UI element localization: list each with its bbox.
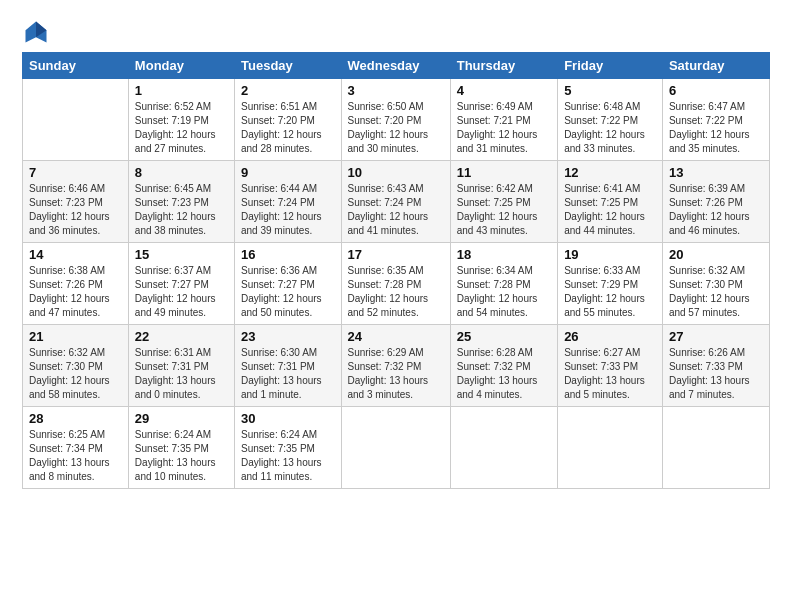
day-number: 13 bbox=[669, 165, 763, 180]
calendar-cell bbox=[23, 79, 129, 161]
day-info: Sunrise: 6:25 AMSunset: 7:34 PMDaylight:… bbox=[29, 428, 122, 484]
logo-icon bbox=[22, 18, 50, 46]
day-number: 4 bbox=[457, 83, 551, 98]
day-info: Sunrise: 6:41 AMSunset: 7:25 PMDaylight:… bbox=[564, 182, 656, 238]
day-info: Sunrise: 6:52 AMSunset: 7:19 PMDaylight:… bbox=[135, 100, 228, 156]
calendar-cell: 9Sunrise: 6:44 AMSunset: 7:24 PMDaylight… bbox=[235, 161, 342, 243]
calendar-cell: 3Sunrise: 6:50 AMSunset: 7:20 PMDaylight… bbox=[341, 79, 450, 161]
day-number: 30 bbox=[241, 411, 335, 426]
day-number: 12 bbox=[564, 165, 656, 180]
day-info: Sunrise: 6:34 AMSunset: 7:28 PMDaylight:… bbox=[457, 264, 551, 320]
calendar-week-row: 28Sunrise: 6:25 AMSunset: 7:34 PMDayligh… bbox=[23, 407, 770, 489]
calendar-cell bbox=[341, 407, 450, 489]
weekday-header: Monday bbox=[128, 53, 234, 79]
calendar-cell: 24Sunrise: 6:29 AMSunset: 7:32 PMDayligh… bbox=[341, 325, 450, 407]
day-number: 22 bbox=[135, 329, 228, 344]
calendar-cell: 12Sunrise: 6:41 AMSunset: 7:25 PMDayligh… bbox=[558, 161, 663, 243]
day-info: Sunrise: 6:51 AMSunset: 7:20 PMDaylight:… bbox=[241, 100, 335, 156]
calendar-cell: 5Sunrise: 6:48 AMSunset: 7:22 PMDaylight… bbox=[558, 79, 663, 161]
calendar-cell: 22Sunrise: 6:31 AMSunset: 7:31 PMDayligh… bbox=[128, 325, 234, 407]
calendar-cell: 10Sunrise: 6:43 AMSunset: 7:24 PMDayligh… bbox=[341, 161, 450, 243]
day-info: Sunrise: 6:44 AMSunset: 7:24 PMDaylight:… bbox=[241, 182, 335, 238]
day-info: Sunrise: 6:38 AMSunset: 7:26 PMDaylight:… bbox=[29, 264, 122, 320]
calendar-cell: 16Sunrise: 6:36 AMSunset: 7:27 PMDayligh… bbox=[235, 243, 342, 325]
calendar-cell: 2Sunrise: 6:51 AMSunset: 7:20 PMDaylight… bbox=[235, 79, 342, 161]
calendar-cell: 11Sunrise: 6:42 AMSunset: 7:25 PMDayligh… bbox=[450, 161, 557, 243]
calendar-cell: 21Sunrise: 6:32 AMSunset: 7:30 PMDayligh… bbox=[23, 325, 129, 407]
calendar-cell: 17Sunrise: 6:35 AMSunset: 7:28 PMDayligh… bbox=[341, 243, 450, 325]
day-number: 24 bbox=[348, 329, 444, 344]
calendar-cell: 28Sunrise: 6:25 AMSunset: 7:34 PMDayligh… bbox=[23, 407, 129, 489]
day-number: 15 bbox=[135, 247, 228, 262]
weekday-header: Tuesday bbox=[235, 53, 342, 79]
day-info: Sunrise: 6:35 AMSunset: 7:28 PMDaylight:… bbox=[348, 264, 444, 320]
logo bbox=[22, 18, 54, 46]
day-number: 7 bbox=[29, 165, 122, 180]
calendar-header-row: SundayMondayTuesdayWednesdayThursdayFrid… bbox=[23, 53, 770, 79]
day-number: 29 bbox=[135, 411, 228, 426]
header bbox=[22, 18, 770, 46]
calendar-cell bbox=[662, 407, 769, 489]
day-number: 3 bbox=[348, 83, 444, 98]
day-number: 11 bbox=[457, 165, 551, 180]
calendar-cell: 14Sunrise: 6:38 AMSunset: 7:26 PMDayligh… bbox=[23, 243, 129, 325]
day-info: Sunrise: 6:48 AMSunset: 7:22 PMDaylight:… bbox=[564, 100, 656, 156]
calendar-week-row: 21Sunrise: 6:32 AMSunset: 7:30 PMDayligh… bbox=[23, 325, 770, 407]
day-number: 5 bbox=[564, 83, 656, 98]
day-number: 2 bbox=[241, 83, 335, 98]
calendar-cell: 29Sunrise: 6:24 AMSunset: 7:35 PMDayligh… bbox=[128, 407, 234, 489]
calendar-cell: 6Sunrise: 6:47 AMSunset: 7:22 PMDaylight… bbox=[662, 79, 769, 161]
day-info: Sunrise: 6:32 AMSunset: 7:30 PMDaylight:… bbox=[29, 346, 122, 402]
day-info: Sunrise: 6:24 AMSunset: 7:35 PMDaylight:… bbox=[241, 428, 335, 484]
day-info: Sunrise: 6:50 AMSunset: 7:20 PMDaylight:… bbox=[348, 100, 444, 156]
day-info: Sunrise: 6:47 AMSunset: 7:22 PMDaylight:… bbox=[669, 100, 763, 156]
calendar-cell: 7Sunrise: 6:46 AMSunset: 7:23 PMDaylight… bbox=[23, 161, 129, 243]
day-info: Sunrise: 6:36 AMSunset: 7:27 PMDaylight:… bbox=[241, 264, 335, 320]
calendar-week-row: 14Sunrise: 6:38 AMSunset: 7:26 PMDayligh… bbox=[23, 243, 770, 325]
calendar-cell: 1Sunrise: 6:52 AMSunset: 7:19 PMDaylight… bbox=[128, 79, 234, 161]
day-info: Sunrise: 6:31 AMSunset: 7:31 PMDaylight:… bbox=[135, 346, 228, 402]
day-info: Sunrise: 6:29 AMSunset: 7:32 PMDaylight:… bbox=[348, 346, 444, 402]
calendar-cell bbox=[450, 407, 557, 489]
day-number: 26 bbox=[564, 329, 656, 344]
day-number: 25 bbox=[457, 329, 551, 344]
day-info: Sunrise: 6:42 AMSunset: 7:25 PMDaylight:… bbox=[457, 182, 551, 238]
calendar-cell: 13Sunrise: 6:39 AMSunset: 7:26 PMDayligh… bbox=[662, 161, 769, 243]
calendar-cell bbox=[558, 407, 663, 489]
day-number: 18 bbox=[457, 247, 551, 262]
calendar-table: SundayMondayTuesdayWednesdayThursdayFrid… bbox=[22, 52, 770, 489]
calendar-cell: 20Sunrise: 6:32 AMSunset: 7:30 PMDayligh… bbox=[662, 243, 769, 325]
day-info: Sunrise: 6:27 AMSunset: 7:33 PMDaylight:… bbox=[564, 346, 656, 402]
day-info: Sunrise: 6:33 AMSunset: 7:29 PMDaylight:… bbox=[564, 264, 656, 320]
calendar-cell: 18Sunrise: 6:34 AMSunset: 7:28 PMDayligh… bbox=[450, 243, 557, 325]
day-number: 27 bbox=[669, 329, 763, 344]
calendar-cell: 8Sunrise: 6:45 AMSunset: 7:23 PMDaylight… bbox=[128, 161, 234, 243]
weekday-header: Friday bbox=[558, 53, 663, 79]
day-info: Sunrise: 6:49 AMSunset: 7:21 PMDaylight:… bbox=[457, 100, 551, 156]
day-number: 20 bbox=[669, 247, 763, 262]
calendar-cell: 23Sunrise: 6:30 AMSunset: 7:31 PMDayligh… bbox=[235, 325, 342, 407]
day-number: 1 bbox=[135, 83, 228, 98]
day-info: Sunrise: 6:30 AMSunset: 7:31 PMDaylight:… bbox=[241, 346, 335, 402]
day-info: Sunrise: 6:28 AMSunset: 7:32 PMDaylight:… bbox=[457, 346, 551, 402]
weekday-header: Thursday bbox=[450, 53, 557, 79]
page: SundayMondayTuesdayWednesdayThursdayFrid… bbox=[0, 0, 792, 499]
day-number: 14 bbox=[29, 247, 122, 262]
calendar-cell: 15Sunrise: 6:37 AMSunset: 7:27 PMDayligh… bbox=[128, 243, 234, 325]
day-number: 17 bbox=[348, 247, 444, 262]
day-number: 16 bbox=[241, 247, 335, 262]
day-number: 9 bbox=[241, 165, 335, 180]
day-info: Sunrise: 6:43 AMSunset: 7:24 PMDaylight:… bbox=[348, 182, 444, 238]
weekday-header: Wednesday bbox=[341, 53, 450, 79]
day-number: 19 bbox=[564, 247, 656, 262]
day-info: Sunrise: 6:24 AMSunset: 7:35 PMDaylight:… bbox=[135, 428, 228, 484]
day-number: 10 bbox=[348, 165, 444, 180]
calendar-cell: 26Sunrise: 6:27 AMSunset: 7:33 PMDayligh… bbox=[558, 325, 663, 407]
calendar-cell: 25Sunrise: 6:28 AMSunset: 7:32 PMDayligh… bbox=[450, 325, 557, 407]
day-number: 6 bbox=[669, 83, 763, 98]
day-info: Sunrise: 6:26 AMSunset: 7:33 PMDaylight:… bbox=[669, 346, 763, 402]
day-info: Sunrise: 6:37 AMSunset: 7:27 PMDaylight:… bbox=[135, 264, 228, 320]
calendar-week-row: 1Sunrise: 6:52 AMSunset: 7:19 PMDaylight… bbox=[23, 79, 770, 161]
day-info: Sunrise: 6:46 AMSunset: 7:23 PMDaylight:… bbox=[29, 182, 122, 238]
day-info: Sunrise: 6:39 AMSunset: 7:26 PMDaylight:… bbox=[669, 182, 763, 238]
